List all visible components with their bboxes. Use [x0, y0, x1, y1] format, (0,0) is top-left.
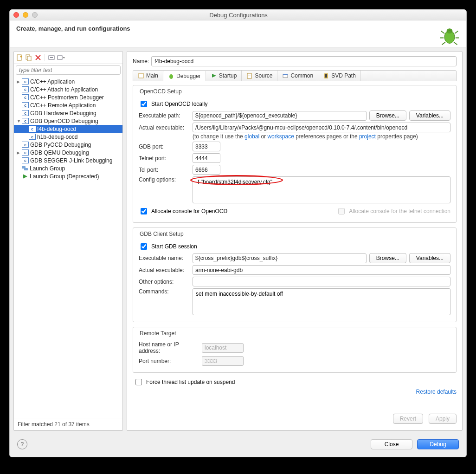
tree-item-gdb-segger[interactable]: cGDB SEGGER J-Link Debugging	[14, 156, 122, 164]
tree-item-f4b-debug-oocd[interactable]: cf4b-debug-oocd	[14, 125, 122, 133]
global-link[interactable]: global	[244, 133, 259, 140]
svg-rect-14	[248, 76, 251, 76]
launch-group-icon	[22, 165, 28, 171]
close-button[interactable]: Close	[371, 439, 412, 449]
remote-host-input	[202, 343, 244, 353]
tab-source[interactable]: Source	[242, 71, 277, 81]
start-openocd-label: Start OpenOCD locally	[151, 101, 207, 107]
tab-bar: Main Debugger Startup Source Common SVD …	[133, 70, 457, 81]
gdb-other-input[interactable]	[193, 277, 450, 286]
gdb-exe-name-input[interactable]	[193, 253, 367, 263]
telnet-port-label: Telnet port:	[139, 155, 190, 162]
svg-rect-18	[325, 74, 327, 78]
filter-input[interactable]	[16, 65, 121, 75]
tab-label: SVD Path	[331, 72, 356, 79]
debug-button[interactable]: Debug	[417, 439, 459, 449]
config-options-label: Config options:	[139, 176, 190, 183]
tree-label: h1b-debug-oocd	[37, 134, 77, 140]
workspace-link[interactable]: workspace	[267, 133, 294, 140]
force-thread-checkbox[interactable]	[135, 379, 142, 385]
actual-exe-label: Actual executable:	[139, 124, 190, 131]
remote-port-label: Port number:	[139, 358, 199, 364]
change-note: (to change it use the global or workspac…	[193, 133, 418, 140]
svg-rect-7	[58, 56, 62, 59]
exe-path-input[interactable]	[193, 111, 367, 121]
gdb-commands-textarea[interactable]	[193, 288, 450, 315]
config-options-textarea[interactable]	[193, 176, 450, 203]
tree-label: GDB PyOCD Debugging	[30, 142, 91, 148]
tab-common[interactable]: Common	[277, 71, 318, 81]
svg-rect-5	[27, 56, 31, 61]
restore-defaults-link[interactable]: Restore defaults	[416, 389, 457, 395]
svg-rect-3	[17, 55, 21, 60]
remote-group-title: Remote Target	[138, 330, 178, 337]
startup-tab-icon	[211, 72, 217, 79]
alloc-console-checkbox[interactable]	[141, 208, 147, 214]
tree-item-gdb-openocd[interactable]: ▼cGDB OpenOCD Debugging	[14, 117, 122, 125]
tcl-port-input[interactable]	[193, 165, 220, 175]
tree-item-gdb-hardware[interactable]: cGDB Hardware Debugging	[14, 109, 122, 117]
gdb-browse-button[interactable]: Browse...	[369, 253, 406, 263]
filter-dropdown-icon[interactable]	[57, 54, 64, 61]
tree-label: C/C++ Application	[30, 78, 75, 85]
gdb-group-title: GDB Client Setup	[138, 231, 186, 237]
tab-startup[interactable]: Startup	[206, 71, 242, 81]
gdb-exe-name-label: Executable name:	[139, 255, 190, 261]
start-gdb-label: Start GDB session	[151, 243, 197, 250]
tree-item-h1b-debug-oocd[interactable]: ch1b-debug-oocd	[14, 133, 122, 141]
tree-item-c-application[interactable]: ▶cC/C++ Application	[14, 78, 122, 85]
start-openocd-checkbox[interactable]	[141, 101, 147, 107]
common-tab-icon	[282, 72, 289, 79]
help-icon[interactable]: ?	[17, 439, 27, 449]
config-name-input[interactable]	[151, 56, 457, 66]
window-title: Debug Configurations	[14, 12, 463, 19]
gdb-variables-button[interactable]: Variables...	[409, 253, 450, 263]
tree-item-c-attach[interactable]: cC/C++ Attach to Application	[14, 85, 122, 93]
project-link[interactable]: project	[359, 133, 376, 140]
tree-item-c-remote[interactable]: cC/C++ Remote Application	[14, 101, 122, 109]
tab-label: Startup	[219, 72, 237, 79]
gdb-port-label: GDB port:	[139, 143, 190, 150]
filter-status: Filter matched 21 of 37 items	[14, 418, 122, 430]
start-openocd-checkbox-row: Start OpenOCD locally	[139, 99, 450, 109]
tree-label: f4b-debug-oocd	[37, 126, 76, 132]
tree-label: GDB QEMU Debugging	[30, 149, 89, 156]
variables-button[interactable]: Variables...	[409, 110, 450, 121]
force-thread-label: Force thread list update on suspend	[146, 379, 235, 385]
apply-button: Apply	[429, 414, 457, 424]
tab-debugger[interactable]: Debugger	[163, 71, 206, 81]
remote-target-group: Remote Target Host name or IP address: P…	[133, 327, 457, 373]
tab-main[interactable]: Main	[133, 71, 163, 81]
telnet-port-input[interactable]	[193, 153, 220, 163]
tree-item-gdb-pyocd[interactable]: cGDB PyOCD Debugging	[14, 141, 122, 149]
alloc-console-label: Allocate console for OpenOCD	[151, 208, 227, 214]
config-tree[interactable]: ▶cC/C++ Application cC/C++ Attach to App…	[14, 77, 122, 418]
svd-tab-icon	[323, 72, 329, 79]
dialog-window: Debug Configurations Create, manage, and…	[9, 9, 467, 457]
name-label: Name:	[133, 58, 151, 65]
tree-item-c-postmortem[interactable]: cC/C++ Postmortem Debugger	[14, 93, 122, 101]
tree-item-gdb-qemu[interactable]: ▶cGDB QEMU Debugging	[14, 149, 122, 156]
collapse-all-icon[interactable]	[48, 54, 55, 61]
duplicate-config-icon[interactable]	[25, 54, 32, 61]
actual-exe-display	[193, 123, 450, 132]
main-tab-icon	[138, 72, 144, 79]
start-gdb-checkbox[interactable]	[141, 243, 147, 250]
tree-label: GDB SEGGER J-Link Debugging	[30, 157, 112, 164]
gdb-port-input[interactable]	[193, 142, 220, 151]
titlebar: Debug Configurations	[10, 10, 466, 20]
gdb-client-group: GDB Client Setup Start GDB session Execu…	[133, 227, 457, 322]
tree-label: C/C++ Attach to Application	[30, 86, 98, 93]
new-config-icon[interactable]	[16, 54, 23, 61]
delete-config-icon[interactable]	[34, 54, 42, 61]
openocd-setup-group: OpenOCD Setup Start OpenOCD locally Exec…	[133, 85, 457, 223]
tab-svd-path[interactable]: SVD Path	[318, 71, 361, 81]
gdb-other-label: Other options:	[139, 279, 190, 285]
tree-item-launch-group[interactable]: Launch Group	[14, 164, 122, 172]
svg-point-11	[169, 74, 173, 79]
tree-label: GDB Hardware Debugging	[30, 110, 96, 117]
tree-item-launch-group-deprecated[interactable]: Launch Group (Deprecated)	[14, 172, 122, 180]
alloc-telnet-checkbox	[338, 208, 345, 214]
browse-button[interactable]: Browse...	[369, 110, 406, 121]
header-subtitle: Create, manage, and run configurations	[16, 25, 130, 46]
